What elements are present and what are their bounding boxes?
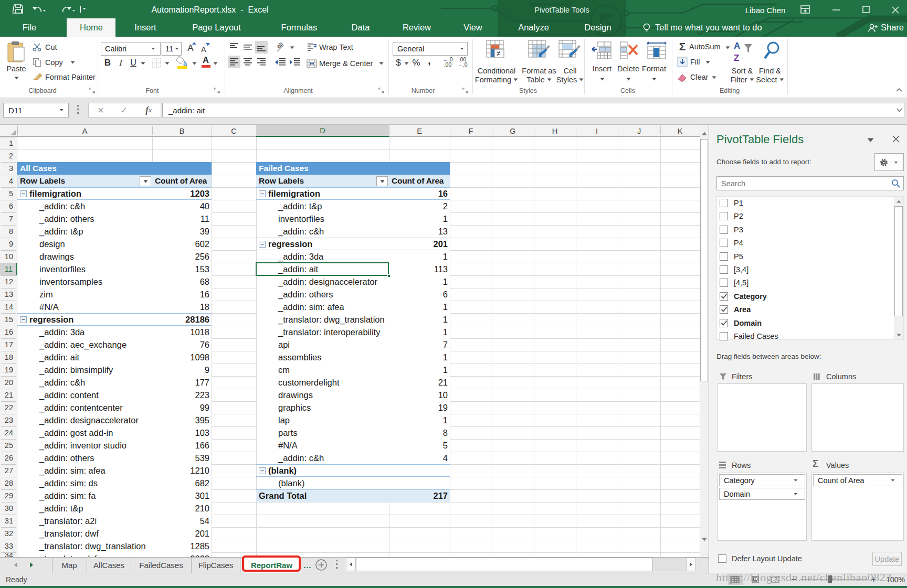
svg-text:≠: ≠ (497, 49, 501, 58)
svg-text:Z: Z (734, 53, 739, 63)
svg-text:ab: ab (275, 41, 284, 49)
svg-text:A: A (734, 41, 740, 51)
